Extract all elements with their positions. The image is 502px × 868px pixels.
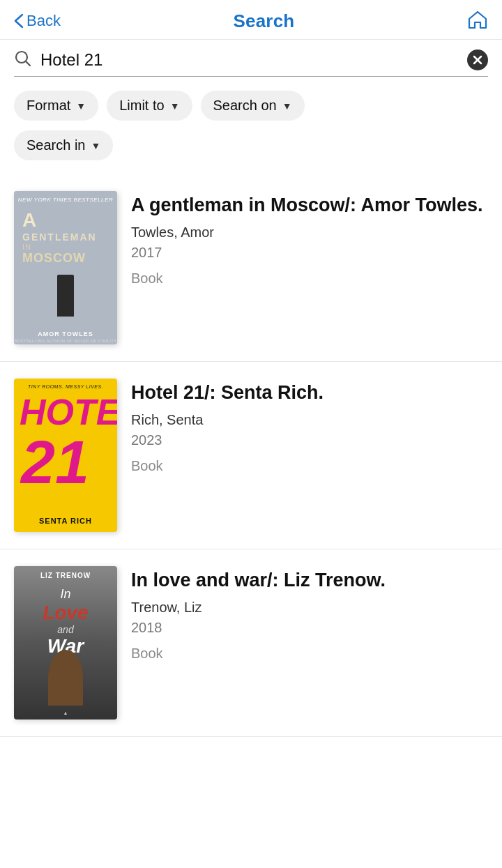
page-title: Search [234, 10, 295, 32]
book-type: Book [131, 646, 488, 662]
book-info-moscow: A gentleman in Moscow/: Amor Towles. Tow… [131, 191, 488, 287]
book-info-hotel21: Hotel 21/: Senta Rich. Rich, Senta 2023 … [131, 379, 488, 474]
filter-row-1: Format ▼ Limit to ▼ Search on ▼ [0, 77, 502, 121]
search-in-filter-button[interactable]: Search in ▼ [14, 130, 113, 160]
nav-bar: Back Search [0, 0, 502, 40]
book-title: Hotel 21/: Senta Rich. [131, 381, 488, 405]
list-item[interactable]: NEW YORK TIMES BESTSELLER A GENTLEMAN IN… [0, 174, 502, 362]
search-on-filter-button[interactable]: Search on ▼ [201, 91, 305, 121]
book-author: Trenow, Liz [131, 600, 488, 616]
book-info-ilaw: In love and war/: Liz Trenow. Trenow, Li… [131, 566, 488, 662]
results-list: NEW YORK TIMES BESTSELLER A GENTLEMAN IN… [0, 160, 502, 758]
format-filter-button[interactable]: Format ▼ [14, 91, 98, 121]
limit-to-chevron-icon: ▼ [170, 100, 180, 112]
search-in-filter-label: Search in [26, 137, 86, 153]
book-cover-ilaw: LIZ TRENOW In Love and War ▲ [14, 566, 117, 719]
back-button[interactable]: Back [14, 12, 61, 30]
book-author: Rich, Senta [131, 412, 488, 428]
book-type: Book [131, 271, 488, 287]
search-bar [14, 50, 488, 77]
book-year: 2023 [131, 432, 488, 448]
home-button[interactable] [467, 10, 488, 32]
clear-button[interactable] [467, 50, 488, 70]
search-input[interactable] [40, 50, 459, 70]
list-item[interactable]: LIZ TRENOW In Love and War ▲ In love and… [0, 549, 502, 737]
limit-to-filter-button[interactable]: Limit to ▼ [107, 91, 192, 121]
back-label: Back [26, 12, 61, 30]
book-title: In love and war/: Liz Trenow. [131, 569, 488, 593]
search-on-filter-label: Search on [213, 98, 277, 114]
book-cover-hotel21: TINY ROOMS. MESSY LIVES. HOTEL 21 SENTA … [14, 379, 117, 532]
format-chevron-icon: ▼ [76, 100, 86, 112]
filter-row-2: Search in ▼ [0, 121, 502, 160]
book-year: 2018 [131, 620, 488, 636]
book-author: Towles, Amor [131, 224, 488, 241]
book-title: A gentleman in Moscow/: Amor Towles. [131, 194, 488, 218]
search-on-chevron-icon: ▼ [282, 100, 292, 112]
list-item[interactable]: TINY ROOMS. MESSY LIVES. HOTEL 21 SENTA … [0, 362, 502, 549]
format-filter-label: Format [26, 98, 70, 114]
book-year: 2017 [131, 245, 488, 261]
book-cover-moscow: NEW YORK TIMES BESTSELLER A GENTLEMAN IN… [14, 191, 117, 344]
book-type: Book [131, 458, 488, 474]
search-icon [14, 50, 32, 70]
limit-to-filter-label: Limit to [119, 98, 164, 114]
search-bar-container [0, 40, 502, 77]
search-in-chevron-icon: ▼ [91, 140, 101, 151]
